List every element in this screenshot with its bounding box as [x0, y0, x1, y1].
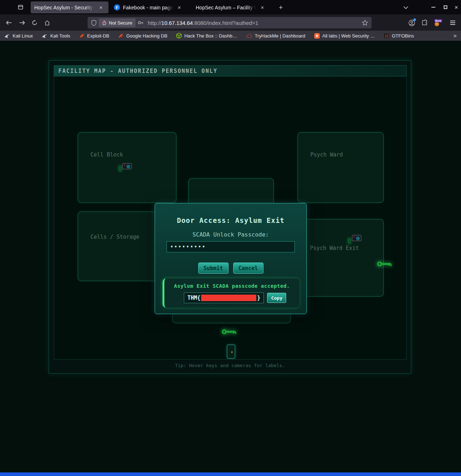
notification-dot	[413, 18, 416, 21]
menu-hamburger-icon[interactable]	[448, 18, 458, 28]
room-label: Cells / Storage	[90, 234, 139, 240]
cctv-camera-icon[interactable]	[122, 163, 132, 169]
close-tab-icon[interactable]: ×	[176, 4, 182, 10]
kali-dragon-icon	[4, 34, 10, 38]
url-text[interactable]: http://10.67.134.64:8080/index.html?auth…	[148, 20, 258, 26]
door-access-modal: Door Access: Asylum Exit SCADA Unlock Pa…	[155, 203, 307, 314]
bottom-strip	[0, 472, 461, 476]
fakebook-favicon: F	[114, 4, 120, 10]
htb-cube-icon	[176, 33, 182, 39]
account-icon[interactable]	[407, 18, 417, 28]
back-button[interactable]	[4, 18, 14, 28]
tab-title: HopSec Asylum - Security Co	[34, 5, 95, 10]
lightning-icon	[314, 33, 320, 39]
tab-title: Fakebook - main page	[123, 5, 173, 10]
flag-value: THM{}	[184, 292, 264, 303]
bookmark-star-icon[interactable]	[362, 20, 368, 26]
reload-button[interactable]	[30, 18, 40, 28]
bookmark-gtfobins[interactable]: GTFOBins	[384, 33, 414, 39]
list-all-tabs-icon[interactable]	[401, 3, 411, 12]
bookmark-tryhackme[interactable]: TryHackMe | Dashboard	[246, 33, 305, 39]
redaction-block	[201, 295, 256, 301]
modal-title: Door Access: Asylum Exit	[155, 216, 306, 224]
key-icon[interactable]	[377, 261, 393, 267]
bookmarks-toolbar: Kali Linux Kali Tools Exploit-DB Google …	[0, 31, 461, 41]
success-message: Asylum Exit SCADA passcode accepted.	[164, 283, 300, 289]
tryhackme-cloud-icon	[246, 34, 252, 38]
bookmark-google-hacking-db[interactable]: Google Hacking DB	[118, 33, 167, 39]
bookmark-hackthebox[interactable]: Hack The Box :: Dashb…	[176, 33, 237, 39]
close-tab-icon[interactable]: ×	[259, 4, 266, 10]
tab-facility-video[interactable]: HopSec Asylum – Facility Vide ×	[192, 1, 271, 13]
camera-mount	[119, 166, 122, 171]
shield-icon[interactable]	[91, 20, 97, 26]
facility-map: Cell Block Psych Ward Cells / Storage Ps…	[54, 76, 407, 360]
bookmark-kali-linux[interactable]: Kali Linux	[4, 33, 33, 39]
key-icon[interactable]	[221, 329, 238, 335]
door-icon[interactable]	[227, 344, 235, 359]
cctv-camera-icon[interactable]	[352, 235, 362, 241]
cancel-button[interactable]: Cancel	[233, 263, 263, 274]
room-label: Cell Block	[90, 151, 123, 158]
flag-row: THM{} Copy	[184, 292, 286, 303]
room-label: Psych Ward	[310, 151, 343, 158]
camera-mount	[348, 238, 351, 244]
minimize-icon	[431, 7, 435, 8]
room-label: Psych Ward Exit	[310, 245, 359, 251]
navigation-toolbar: Not Secure http://10.67.134.64:8080/inde…	[0, 14, 461, 31]
bookmarks-overflow-chevron[interactable]: »	[453, 32, 457, 39]
firefox-view-icon[interactable]	[16, 3, 25, 12]
home-button[interactable]	[42, 18, 52, 28]
key-icon[interactable]	[138, 21, 144, 25]
new-tab-button[interactable]: +	[276, 3, 285, 12]
address-bar[interactable]: Not Secure http://10.67.134.64:8080/inde…	[88, 17, 372, 28]
bookmark-exploit-db[interactable]: Exploit-DB	[79, 33, 109, 39]
webpage-viewport: FACILITY MAP - AUTHORIZED PERSONNEL ONLY…	[0, 41, 461, 472]
broken-lock-icon	[102, 20, 107, 25]
tab-fakebook[interactable]: F Fakebook - main page ×	[110, 1, 190, 13]
success-panel: Asylum Exit SCADA passcode accepted. THM…	[163, 278, 300, 308]
forward-button[interactable]	[17, 18, 27, 28]
burp-extension-icon[interactable]: Burp	[433, 18, 443, 28]
window-titlebar: HopSec Asylum - Security Co × F Fakebook…	[0, 0, 461, 14]
facility-header-title: FACILITY MAP - AUTHORIZED PERSONNEL ONLY	[58, 68, 217, 74]
close-icon: ×	[455, 4, 458, 10]
close-tab-icon[interactable]: ×	[98, 4, 104, 10]
facility-header: FACILITY MAP - AUTHORIZED PERSONNEL ONLY	[54, 65, 407, 76]
bookmark-kali-tools[interactable]: Kali Tools	[42, 33, 70, 39]
submit-button[interactable]: Submit	[198, 263, 229, 274]
bookmark-portswigger-labs[interactable]: All labs | Web Security …	[314, 33, 375, 39]
kali-dragon-icon	[42, 34, 48, 38]
close-window-button[interactable]: ×	[451, 3, 461, 12]
exploit-db-icon	[79, 33, 85, 38]
security-chip[interactable]: Not Secure	[99, 18, 136, 27]
tab-title: HopSec Asylum – Facility Vide	[196, 5, 256, 10]
facility-panel: FACILITY MAP - AUTHORIZED PERSONNEL ONLY…	[49, 60, 411, 374]
burp-badge-label: Burp	[434, 19, 442, 22]
copy-button[interactable]: Copy	[267, 293, 286, 303]
minimize-button[interactable]	[428, 3, 438, 12]
gtfobins-icon	[384, 33, 389, 39]
map-tip: Tip: Hover keys and cameras for labels.	[49, 363, 411, 368]
maximize-icon	[444, 5, 447, 9]
extensions-puzzle-icon[interactable]	[420, 18, 430, 28]
passcode-input[interactable]	[167, 241, 295, 252]
maximize-button[interactable]	[440, 3, 451, 12]
passcode-label: SCADA Unlock Passcode:	[155, 231, 306, 238]
ghdb-icon	[118, 33, 124, 38]
foxyproxy-icon	[435, 22, 439, 26]
security-chip-label: Not Secure	[109, 20, 132, 26]
tab-security-console[interactable]: HopSec Asylum - Security Co ×	[31, 1, 108, 13]
room-psych-ward: Psych Ward	[297, 132, 384, 203]
